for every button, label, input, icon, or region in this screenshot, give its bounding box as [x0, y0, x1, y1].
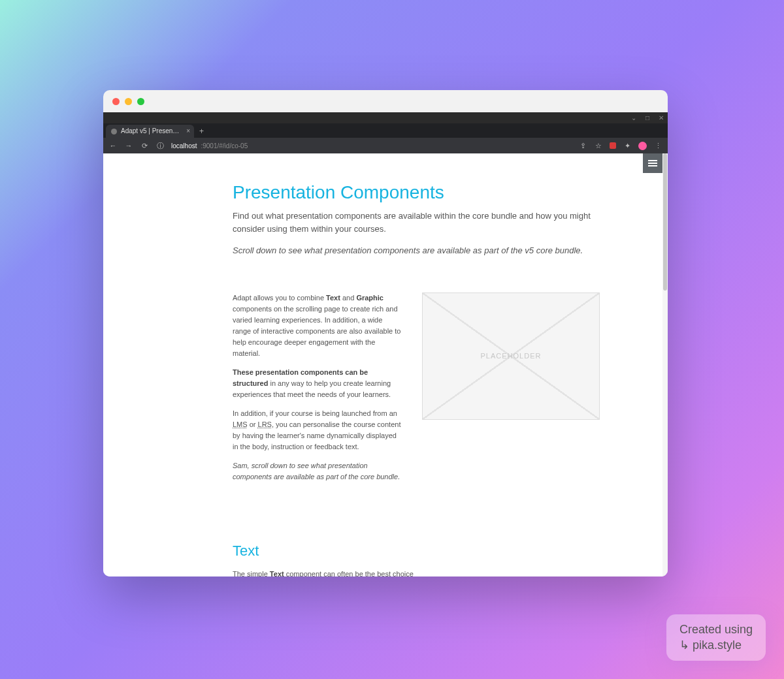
- nav-back-button[interactable]: ←: [108, 142, 118, 150]
- watermark-line1: Created using: [679, 622, 753, 637]
- text-section-title: Text: [233, 543, 668, 560]
- page-lead: Find out what presentation components ar…: [233, 210, 598, 235]
- win-close-button[interactable]: ✕: [659, 114, 664, 121]
- page-menu-button[interactable]: [643, 153, 662, 173]
- intro-p4: Sam, scroll down to see what presentatio…: [233, 460, 402, 482]
- browser-tab[interactable]: Adapt v5 | Presentation Compone… ×: [106, 125, 194, 138]
- tab-title: Adapt v5 | Presentation Compone…: [121, 125, 180, 138]
- mac-titlebar: [103, 90, 668, 112]
- watermark: Created using ↳ pika.style: [666, 614, 766, 661]
- placeholder-label: PLACEHOLDER: [481, 352, 542, 360]
- profile-avatar[interactable]: [638, 142, 647, 150]
- intro-block: Adapt allows you to combine Text and Gra…: [233, 292, 668, 491]
- intro-p1: Adapt allows you to combine Text and Gra…: [233, 292, 402, 359]
- url-host: localhost: [171, 142, 197, 150]
- site-info-icon[interactable]: ⓘ: [155, 141, 165, 151]
- win-maximize-button[interactable]: □: [645, 114, 649, 121]
- win-minimize-button[interactable]: ⌄: [631, 114, 636, 121]
- nav-forward-button[interactable]: →: [124, 142, 133, 150]
- page-title: Presentation Components: [233, 182, 598, 203]
- new-tab-button[interactable]: +: [194, 125, 209, 138]
- text-section-body: The simple Text component can often be t…: [233, 569, 416, 576]
- mac-close-button[interactable]: [112, 98, 120, 105]
- text-p1: The simple Text component can often be t…: [233, 569, 416, 576]
- intro-text: Adapt allows you to combine Text and Gra…: [233, 292, 402, 491]
- bookmark-icon[interactable]: ☆: [594, 142, 603, 150]
- tab-close-button[interactable]: ×: [186, 125, 190, 138]
- browser-toolbar: ← → ⟳ ⓘ localhost :9001/#/id/co-05 ⇪ ☆ ✦…: [103, 138, 668, 153]
- page-viewport: Presentation Components Find out what pr…: [103, 153, 668, 576]
- hamburger-icon: [648, 163, 657, 164]
- browser-window: ⌄ □ ✕ Adapt v5 | Presentation Compone… ×…: [103, 90, 668, 576]
- watermark-line2: ↳ pika.style: [679, 638, 753, 653]
- intro-p3: In addition, if your course is being lau…: [233, 408, 402, 452]
- scrollbar-thumb[interactable]: [663, 153, 667, 291]
- browser-chrome: ⌄ □ ✕ Adapt v5 | Presentation Compone… ×…: [103, 112, 668, 153]
- extensions-icon[interactable]: ✦: [623, 142, 632, 150]
- scrollbar-track[interactable]: [662, 153, 668, 576]
- tabstrip: Adapt v5 | Presentation Compone… × +: [103, 123, 668, 138]
- nav-reload-button[interactable]: ⟳: [140, 142, 149, 150]
- url-path: :9001/#/id/co-05: [201, 142, 248, 150]
- mac-maximize-button[interactable]: [137, 98, 144, 105]
- extension-icon[interactable]: [610, 142, 616, 149]
- share-icon[interactable]: ⇪: [578, 142, 587, 150]
- page-scroll-hint: Scroll down to see what presentation com…: [233, 244, 598, 257]
- browser-menu-button[interactable]: ⋮: [653, 142, 662, 150]
- placeholder-image: PLACEHOLDER: [422, 292, 600, 420]
- tab-favicon: [111, 129, 117, 134]
- address-bar[interactable]: localhost :9001/#/id/co-05: [171, 142, 572, 150]
- intro-p2: These presentation components can be str…: [233, 367, 402, 400]
- page-content: Presentation Components Find out what pr…: [103, 153, 668, 576]
- mac-minimize-button[interactable]: [125, 98, 132, 105]
- inner-window-controls: ⌄ □ ✕: [103, 112, 668, 123]
